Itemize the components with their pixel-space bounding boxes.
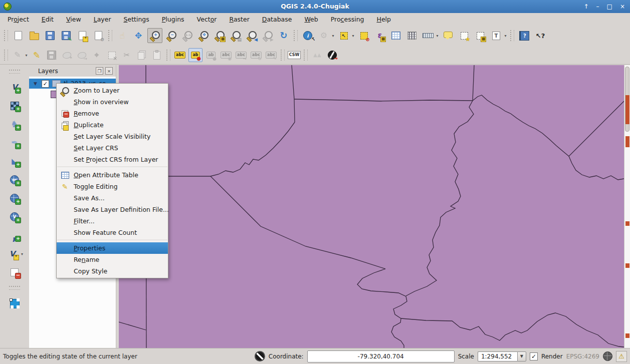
context-menu-item-open-attribute-table[interactable]: Open Attribute Table: [57, 169, 168, 181]
add-vector-layer[interactable]: V+: [7, 80, 22, 94]
toolbar-handle[interactable]: [304, 50, 308, 61]
zoom-last[interactable]: ◀: [245, 29, 259, 43]
context-menu-item-remove[interactable]: −Remove: [57, 108, 168, 119]
run-feature-action[interactable]: ⚙: [317, 29, 331, 43]
menu-edit[interactable]: Edit: [42, 16, 54, 23]
map-canvas[interactable]: [119, 65, 624, 348]
scale-dropdown-icon[interactable]: ▼: [517, 351, 526, 361]
panel-close-button[interactable]: ×: [105, 67, 113, 75]
new-shapefile-layer-dropdown-icon[interactable]: ▾: [20, 252, 25, 256]
coordinate-display-icon[interactable]: [255, 351, 265, 361]
add-oracle-layer[interactable]: or+: [7, 173, 22, 187]
measure-line-dropdown-icon[interactable]: ▾: [435, 34, 440, 38]
new-shapefile-layer[interactable]: V*: [5, 247, 20, 261]
context-menu-item-set-layer-scale-visibility[interactable]: Set Layer Scale Visibility: [57, 131, 168, 142]
save-layer-edits[interactable]: ✎: [45, 49, 58, 62]
minimize-button[interactable]: –: [596, 3, 599, 10]
move-label[interactable]: abc→: [235, 49, 248, 62]
coordinate-input[interactable]: [307, 350, 455, 362]
render-checkbox[interactable]: ✓: [530, 352, 538, 360]
run-feature-action-dropdown-icon[interactable]: ▾: [331, 34, 335, 38]
rotate-label[interactable]: abc↻: [250, 49, 263, 62]
toolbar-handle[interactable]: [108, 30, 112, 41]
menu-view[interactable]: View: [66, 16, 81, 23]
new-project[interactable]: [11, 29, 25, 43]
toolbar-handle[interactable]: [294, 30, 298, 41]
crs-status-icon[interactable]: [603, 351, 612, 361]
osm-plugin[interactable]: →: [326, 49, 339, 62]
scale-value[interactable]: 1:294,552: [478, 351, 517, 361]
toolbar-handle[interactable]: [281, 50, 285, 61]
zoom-to-selection[interactable]: ■: [213, 29, 227, 43]
labeling[interactable]: abc: [173, 49, 186, 62]
refresh-map[interactable]: ↻: [277, 29, 291, 43]
context-menu-item-set-layer-crs[interactable]: Set Layer CRS: [57, 142, 168, 154]
save-project[interactable]: [43, 29, 57, 43]
scale-combo[interactable]: 1:294,552 ▼: [478, 351, 526, 361]
new-bookmark[interactable]: ★: [457, 29, 471, 43]
pan-map[interactable]: ☝: [115, 29, 129, 43]
metasearch-csw[interactable]: CSW: [288, 49, 301, 62]
paste-features[interactable]: [150, 49, 163, 62]
toolbar-handle[interactable]: [510, 30, 514, 41]
layer-visibility-checkbox[interactable]: ✓: [42, 80, 49, 88]
add-postgis-layer[interactable]: ♞+: [7, 117, 22, 131]
zoom-to-layer[interactable]: ▤: [229, 29, 243, 43]
context-menu-item-copy-style[interactable]: Copy Style: [57, 265, 168, 277]
menu-settings[interactable]: Settings: [124, 16, 149, 23]
layer-expander-icon[interactable]: ▼: [34, 81, 37, 86]
help-contents[interactable]: ?: [517, 29, 531, 43]
add-wfs-layer[interactable]: V+: [7, 210, 22, 224]
menu-database[interactable]: Database: [262, 16, 292, 23]
composer-manager[interactable]: ⚙: [91, 29, 105, 43]
close-button[interactable]: ×: [620, 3, 625, 10]
deselect-features[interactable]: ⊘: [357, 29, 371, 43]
select-by-expression[interactable]: ε■: [373, 29, 387, 43]
menu-raster[interactable]: Raster: [229, 16, 249, 23]
save-project-as[interactable]: ✎: [59, 29, 73, 43]
add-raster-layer[interactable]: +: [7, 99, 22, 113]
field-calculator[interactable]: [405, 29, 419, 43]
change-label[interactable]: abc✎: [265, 49, 278, 62]
context-menu-item-rename[interactable]: Rename: [57, 254, 168, 265]
identify-features[interactable]: i↖: [301, 29, 315, 43]
shade-button[interactable]: ↑: [584, 3, 589, 10]
add-delimited-text-layer[interactable]: ,+: [7, 228, 22, 242]
new-composer[interactable]: *: [75, 29, 89, 43]
menu-vector[interactable]: Vector: [197, 16, 217, 23]
map-vertical-scrollbar[interactable]: [624, 65, 630, 348]
show-bookmarks[interactable]: ■: [473, 29, 487, 43]
zoom-out[interactable]: −: [164, 29, 178, 43]
zoom-next[interactable]: ▶: [261, 29, 275, 43]
toolbar-handle[interactable]: [9, 286, 20, 290]
toolbar-handle[interactable]: [4, 30, 8, 41]
toolbar-handle[interactable]: [9, 70, 20, 74]
text-annotation-dropdown-icon[interactable]: ▾: [503, 34, 508, 38]
cut-features[interactable]: ✂: [120, 49, 133, 62]
current-edits-dropdown-icon[interactable]: ▾: [24, 53, 29, 58]
add-spatialite-layer[interactable]: ✒+: [7, 136, 22, 150]
select-features-dropdown-icon[interactable]: ▾: [351, 34, 355, 38]
context-menu-item-save-as-layer-definition-file[interactable]: Save As Layer Definition File...: [57, 204, 168, 215]
whats-this[interactable]: ↖?: [533, 29, 547, 43]
menu-layer[interactable]: Layer: [94, 16, 111, 23]
context-menu-item-save-as[interactable]: Save As...: [57, 192, 168, 204]
context-menu-item-properties[interactable]: Properties: [57, 242, 168, 254]
menu-plugins[interactable]: Plugins: [162, 16, 184, 23]
measure-line[interactable]: [421, 29, 435, 43]
add-wms-layer[interactable]: +: [7, 191, 22, 205]
message-log-icon[interactable]: ⚠: [616, 351, 627, 362]
menu-processing[interactable]: Processing: [331, 16, 364, 23]
remove-layer[interactable]: −: [7, 265, 22, 279]
context-menu-item-show-feature-count[interactable]: Show Feature Count: [57, 227, 168, 238]
spatial-query[interactable]: [7, 296, 22, 310]
toolbar-handle[interactable]: [166, 50, 170, 61]
context-menu-item-duplicate[interactable]: Duplicate: [57, 119, 168, 131]
toolbar-handle[interactable]: [4, 50, 8, 61]
node-tool[interactable]: ⌖: [90, 49, 103, 62]
toggle-editing[interactable]: ✎: [30, 49, 43, 62]
panel-float-button[interactable]: ❐: [96, 67, 103, 75]
menu-project[interactable]: Project: [8, 16, 29, 23]
zoom-in[interactable]: +: [147, 28, 162, 43]
context-menu-item-toggle-editing[interactable]: ✎Toggle Editing: [57, 181, 168, 192]
